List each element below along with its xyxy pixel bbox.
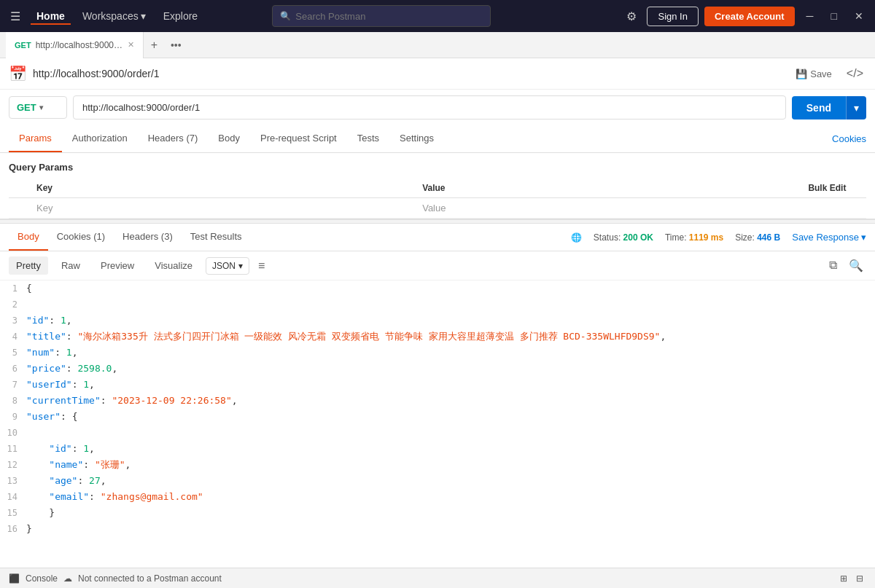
console-label: Console — [26, 573, 58, 584]
tab-body[interactable]: Body — [208, 125, 250, 152]
json-line-3: 3 "id": 1, — [0, 313, 875, 329]
nav-workspaces[interactable]: Workspaces ▾ — [77, 7, 152, 25]
create-account-button[interactable]: Create Account — [704, 7, 795, 26]
tab-headers[interactable]: Headers (7) — [138, 125, 209, 152]
json-line-2: 2 — [0, 297, 875, 313]
maximize-button[interactable]: □ — [825, 7, 843, 25]
size-label: Size: 446 B — [735, 232, 780, 243]
tab-bar: GET http://localhost:9000/ord ✕ + ••• — [0, 32, 875, 58]
json-line-9: 9 "user": { — [0, 409, 875, 425]
search-bar[interactable]: 🔍 — [272, 5, 491, 27]
row-key[interactable]: Key — [31, 198, 416, 219]
params-table: Key Value Bulk Edit Key Value — [9, 179, 866, 219]
globe-icon: 🌐 — [571, 232, 582, 243]
status-bar-right: ⊞ ⊟ — [837, 572, 866, 585]
col-key-header: Key — [31, 179, 416, 198]
method-select[interactable]: GET ▾ — [9, 96, 67, 119]
copy-icon[interactable]: ⧉ — [826, 256, 840, 275]
request-input-row: GET ▾ Send ▾ — [0, 90, 875, 125]
json-line-16: 16 } — [0, 521, 875, 537]
response-body[interactable]: 1 { 2 3 "id": 1, 4 "title": "海尔冰箱335升 法式… — [0, 281, 875, 568]
status-bar-left: ⬛ Console ☁ Not connected to a Postman a… — [9, 573, 222, 584]
json-line-13: 13 "age": 27, — [0, 473, 875, 489]
nav-right: ⚙ Sign In Create Account ─ □ ✕ — [622, 5, 868, 28]
json-line-15: 15 } — [0, 505, 875, 521]
code-icon[interactable]: </> — [844, 64, 866, 83]
format-type-select[interactable]: JSON ▾ — [206, 257, 249, 275]
save-response-button[interactable]: Save Response ▾ — [792, 232, 866, 243]
request-url-display: http://localhost:9000/order/1 — [33, 68, 784, 79]
gear-icon[interactable]: ⚙ — [622, 5, 641, 28]
tab-item[interactable]: GET http://localhost:9000/ord ✕ — [6, 32, 144, 58]
nav-home[interactable]: Home — [31, 7, 71, 25]
col-value-header: Value — [416, 179, 802, 198]
url-input[interactable] — [73, 95, 786, 119]
bulk-edit-button[interactable]: Bulk Edit — [802, 179, 866, 198]
format-tab-pretty[interactable]: Pretty — [9, 256, 48, 275]
response-tab-cookies[interactable]: Cookies (1) — [48, 224, 114, 251]
top-nav: ☰ Home Workspaces ▾ Explore 🔍 ⚙ Sign In … — [0, 0, 875, 32]
row-check — [9, 198, 31, 219]
menu-icon[interactable]: ☰ — [6, 5, 25, 28]
json-line-10: 10 — [0, 425, 875, 441]
tab-tests[interactable]: Tests — [347, 125, 389, 152]
query-params-section: Query Params Key Value Bulk Edit Key Val… — [0, 153, 875, 219]
format-tab-preview[interactable]: Preview — [93, 256, 141, 275]
json-line-5: 5 "num": 1, — [0, 345, 875, 361]
cloud-icon: ☁ — [63, 573, 72, 584]
response-area: Body Cookies (1) Headers (3) Test Result… — [0, 224, 875, 568]
close-button[interactable]: ✕ — [849, 7, 869, 25]
status-label: Status: 200 OK — [594, 232, 653, 243]
query-params-title: Query Params — [9, 162, 866, 173]
filter-icon[interactable]: ≡ — [255, 256, 268, 275]
request-tabs: Params Authorization Headers (7) Body Pr… — [0, 125, 875, 153]
json-line-1: 1 { — [0, 281, 875, 297]
search-icon: 🔍 — [280, 11, 291, 21]
save-icon: 💾 — [796, 68, 807, 79]
col-check-header — [9, 179, 31, 198]
tab-settings[interactable]: Settings — [389, 125, 444, 152]
json-line-6: 6 "price": 2598.0, — [0, 361, 875, 377]
layout-icon-1[interactable]: ⊞ — [837, 572, 850, 585]
send-main-button[interactable]: Send — [792, 96, 846, 119]
minimize-button[interactable]: ─ — [801, 7, 820, 25]
method-chevron-icon: ▾ — [39, 103, 43, 111]
response-tab-body[interactable]: Body — [9, 224, 48, 251]
nav-explore[interactable]: Explore — [158, 7, 203, 25]
response-tab-headers[interactable]: Headers (3) — [114, 224, 182, 251]
tab-pre-request[interactable]: Pre-request Script — [250, 125, 347, 152]
json-line-12: 12 "name": "张珊", — [0, 457, 875, 473]
tab-close-icon[interactable]: ✕ — [128, 40, 134, 50]
account-status: Not connected to a Postman account — [78, 573, 222, 584]
tab-method: GET — [15, 41, 31, 50]
time-label: Time: 1119 ms — [665, 232, 723, 243]
request-icon: 📅 — [9, 65, 27, 82]
size-value: 446 B — [757, 232, 780, 243]
response-search-icon[interactable]: 🔍 — [846, 256, 866, 275]
tab-authorization[interactable]: Authorization — [62, 125, 138, 152]
tab-params[interactable]: Params — [9, 125, 62, 152]
table-row: Key Value — [9, 198, 866, 219]
response-tab-test-results[interactable]: Test Results — [182, 224, 251, 251]
more-tabs-button[interactable]: ••• — [165, 39, 187, 51]
cookies-button[interactable]: Cookies — [832, 126, 866, 152]
format-tab-raw[interactable]: Raw — [54, 256, 88, 275]
row-value[interactable]: Value — [416, 198, 802, 219]
save-button[interactable]: 💾 Save — [790, 66, 838, 82]
format-tab-visualize[interactable]: Visualize — [147, 256, 200, 275]
json-line-7: 7 "userId": 1, — [0, 377, 875, 393]
json-line-14: 14 "email": "zhangs@gmail.com" — [0, 489, 875, 505]
send-button-group: Send ▾ — [792, 96, 866, 119]
response-status-bar: 🌐 Status: 200 OK Time: 1119 ms Size: 446… — [571, 232, 866, 243]
layout-icon-2[interactable]: ⊟ — [853, 572, 866, 585]
json-line-8: 8 "currentTime": "2023-12-09 22:26:58", — [0, 393, 875, 409]
send-dropdown-button[interactable]: ▾ — [846, 96, 866, 119]
search-input[interactable] — [295, 11, 483, 22]
new-tab-button[interactable]: + — [144, 39, 165, 52]
console-button[interactable]: Console — [26, 573, 58, 584]
format-right: ⧉ 🔍 — [826, 256, 866, 275]
sign-in-button[interactable]: Sign In — [647, 7, 698, 26]
response-tabs-bar: Body Cookies (1) Headers (3) Test Result… — [0, 224, 875, 251]
json-line-11: 11 "id": 1, — [0, 441, 875, 457]
request-area: 📅 http://localhost:9000/order/1 💾 Save <… — [0, 58, 875, 219]
